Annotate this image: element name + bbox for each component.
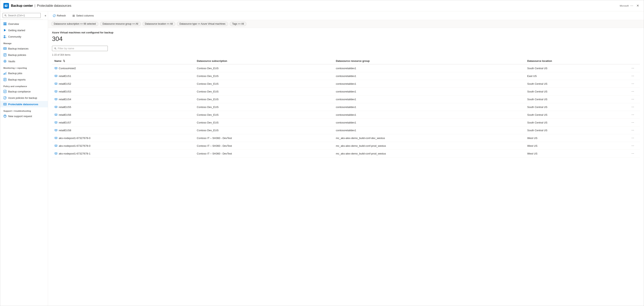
filter-resource-group[interactable]: Datasource resource group == All [100,22,141,26]
sidebar-item-new-support-request[interactable]: New support request [0,113,48,119]
vm-type-icon [54,106,57,108]
row-location: South Central US [525,80,628,88]
sidebar-item-backup-instances[interactable]: Backup instances [0,45,48,52]
sidebar-item-backup-policies[interactable]: Backup policies [0,52,48,58]
svg-point-33 [5,117,5,117]
search-input[interactable] [8,14,39,17]
svg-rect-67 [55,114,56,115]
app-icon [4,3,9,8]
sidebar-item-vaults[interactable]: Vaults [0,58,48,64]
sidebar-search-area [0,11,43,20]
sidebar-collapse-button[interactable]: « [43,12,48,19]
sidebar-item-backup-reports[interactable]: Backup reports [0,76,48,83]
backup-center-icon [4,4,8,7]
row-ellipsis-button[interactable]: ··· [630,113,635,117]
sidebar-item-protectable-datasources[interactable]: Protectable datasources [0,101,48,107]
row-ellipsis-button[interactable]: ··· [630,82,635,86]
vm-type-icon [54,82,57,85]
svg-rect-87 [55,145,56,146]
svg-rect-23 [4,73,5,75]
svg-rect-42 [55,75,56,76]
sidebar-item-overview[interactable]: Overview [0,21,48,27]
backup-instances-icon [4,47,6,50]
row-location: West US [525,142,628,150]
row-ellipsis-button[interactable]: ··· [630,89,635,94]
row-name: retailEUS4 [59,98,71,101]
table-row[interactable]: retailEUS1 Contoso Dev_EUS contosoretail… [52,72,640,80]
svg-rect-63 [56,106,57,107]
sidebar-item-azure-policies[interactable]: Azure policies for backup [0,95,48,101]
sidebar-item-backup-jobs[interactable]: Backup jobs [0,70,48,76]
sidebar-item-getting-started[interactable]: Getting started [0,27,48,33]
refresh-icon [53,14,56,17]
table-row[interactable]: retailEUS3 Contoso Dev_EUS contosoretail… [52,88,640,95]
vm-type-icon [54,137,57,139]
sidebar-item-backup-compliance[interactable]: Backup compliance [0,88,48,95]
refresh-button[interactable]: Refresh [51,13,68,18]
sidebar-search-row: « [0,11,48,20]
count-display: 304 [52,35,640,42]
row-ellipsis-button[interactable]: ··· [630,74,635,78]
row-actions-cell: ··· [628,142,640,150]
row-ellipsis-button[interactable]: ··· [630,136,635,140]
table-row[interactable]: retailEUS2 Contoso Dev_EUS contosoretail… [52,80,640,88]
row-resource-group: contosoretaildev1 [334,95,525,103]
filter-tags-label: Tags == All [232,22,244,25]
sidebar-nav: Overview Getting started Community Manag… [0,20,48,306]
sidebar-item-community[interactable]: Community [0,33,48,40]
filter-by-name-input[interactable] [58,47,106,50]
table-row[interactable]: aks-nodepool1-67327678-0 Contoso IT – SH… [52,142,640,150]
community-label: Community [8,35,21,38]
row-subscription: Contoso Dev_EUS [194,72,334,80]
table-row[interactable]: retailEUS7 Contoso Dev_EUS contosoretail… [52,119,640,127]
row-ellipsis-button[interactable]: ··· [630,97,635,101]
svg-rect-83 [56,137,57,138]
row-location: West US [525,150,628,157]
row-subscription: Contoso Dev_EUS [194,119,334,127]
filter-input-wrapper[interactable] [52,46,108,51]
svg-rect-14 [4,48,5,49]
svg-rect-53 [56,91,57,92]
row-ellipsis-button[interactable]: ··· [630,144,635,148]
row-ellipsis-button[interactable]: ··· [630,120,635,125]
table-row[interactable]: retailEUS6 Contoso Dev_EUS contosoretail… [52,111,640,119]
table-header: Name ⇅ Datasource subscription Datasourc… [52,58,640,64]
select-columns-button[interactable]: Select columns [71,13,96,18]
row-resource-group: contosoretaildev1 [334,80,525,88]
row-actions-cell: ··· [628,119,640,127]
search-box[interactable] [2,13,41,18]
filter-tags[interactable]: Tags == All [230,22,246,26]
row-ellipsis-button[interactable]: ··· [630,66,635,70]
filters-bar: Datasource subscription == 66 selected D… [48,20,644,28]
row-ellipsis-button[interactable]: ··· [630,128,635,133]
overview-label: Overview [8,22,19,25]
svg-rect-7 [5,24,6,25]
table-row[interactable]: ContosoHotel2 Contoso Dev_EUS contosoret… [52,64,640,72]
table-row[interactable]: aks-nodepool1-67327678-1 Contoso IT – SH… [52,150,640,157]
filter-subscription[interactable]: Datasource subscription == 66 selected [51,22,98,26]
col-header-actions [628,58,640,64]
sort-icon-name[interactable]: ⇅ [63,59,65,62]
table-row[interactable]: retailEUS4 Contoso Dev_EUS contosoretail… [52,95,640,103]
close-button[interactable]: ✕ [635,3,640,8]
table-row[interactable]: retailEUS5 Contoso Dev_EUS contosoretail… [52,103,640,111]
filter-datasource-type[interactable]: Datasource type == Azure Virtual machine… [177,22,228,26]
svg-rect-37 [55,68,56,68]
row-resource-group: contosoretaildev1 [334,103,525,111]
table-row[interactable]: aks-nodepool1-67327678-0 Contoso IT – SH… [52,134,640,142]
table-row[interactable]: retailEUS8 Contoso Dev_EUS contosoretail… [52,127,640,134]
vm-type-icon [54,113,57,116]
filter-location[interactable]: Datasource location == All [142,22,175,26]
svg-rect-5 [5,22,6,24]
col-header-location: Datasource location [525,58,628,64]
title-ellipsis-button[interactable]: ··· [629,3,635,8]
row-name-cell: ContosoHotel2 [52,64,194,72]
row-resource-group: contosoretaildev1 [334,111,525,119]
protectable-datasources-icon [4,103,6,106]
row-ellipsis-button[interactable]: ··· [630,105,635,109]
svg-line-35 [56,49,56,49]
svg-rect-82 [55,137,56,138]
row-name-cell: retailEUS7 [52,119,194,127]
row-ellipsis-button[interactable]: ··· [630,151,635,156]
overview-icon [4,22,6,25]
